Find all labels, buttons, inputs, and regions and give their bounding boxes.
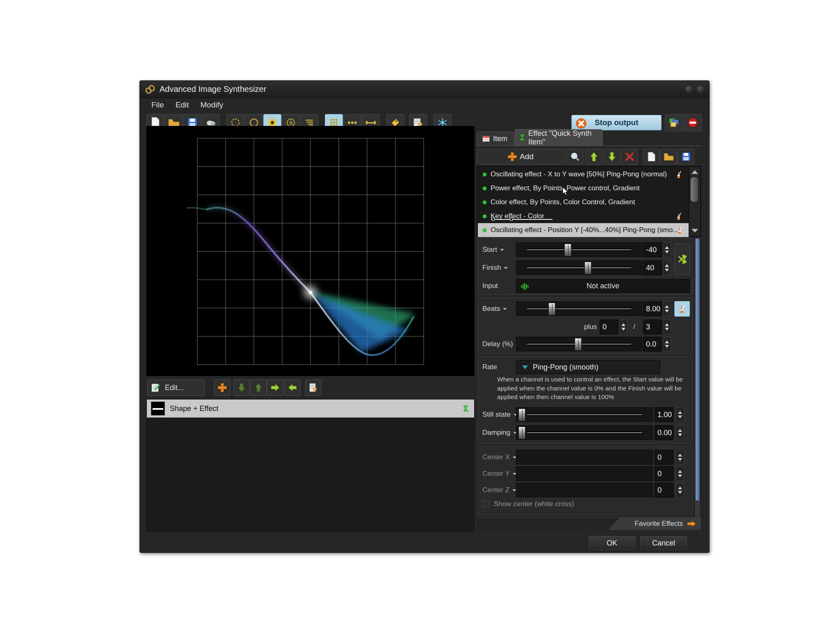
effect-row-5-selected[interactable]: Oscillating effect - Position Y [-40%...…	[478, 223, 689, 237]
center-y-spinner[interactable]	[676, 466, 684, 481]
track-row-shape-effect[interactable]: Shape + Effect Σ	[147, 399, 474, 418]
plus-spinner[interactable]	[619, 320, 628, 334]
stop-output-button[interactable]: Stop output	[571, 115, 662, 130]
delay-spinner[interactable]	[663, 337, 671, 352]
input-selector[interactable]: Not active	[516, 279, 690, 293]
effect-list-scrollbar[interactable]	[689, 167, 700, 236]
effect-row-1[interactable]: Oscillating effect - X to Y wave [50%] P…	[478, 167, 688, 181]
start-label[interactable]: Start	[482, 246, 504, 254]
tab-effect[interactable]: Σ Effect "Quick Synth Item"	[515, 129, 603, 146]
center-x-field[interactable]	[516, 450, 653, 465]
plus-icon	[218, 383, 226, 392]
menu-modify[interactable]: Modify	[200, 100, 223, 110]
add-effect-button[interactable]: Add	[477, 149, 565, 164]
center-z-field[interactable]	[516, 483, 653, 498]
open-effect-button[interactable]	[660, 149, 677, 164]
cancel-button[interactable]: Cancel	[639, 535, 688, 551]
start-slider-thumb[interactable]	[564, 244, 571, 256]
delete-effect-button[interactable]	[621, 149, 638, 164]
favorite-effects-tab[interactable]: Favorite Effects	[608, 518, 701, 530]
show-center-row: Show center (white cross)	[478, 499, 692, 515]
start-spinner[interactable]	[663, 242, 671, 257]
still-state-value[interactable]: 1.00	[655, 407, 673, 422]
effect-up-button[interactable]	[585, 149, 602, 164]
move-right-button[interactable]	[267, 379, 283, 396]
finish-label[interactable]: Finish	[482, 264, 508, 272]
save-effect-button[interactable]	[678, 149, 694, 164]
search-effect-button[interactable]	[566, 149, 583, 164]
effect-down-button[interactable]	[603, 149, 620, 164]
finish-slider[interactable]	[516, 260, 642, 275]
still-state-label[interactable]: Still state	[482, 411, 518, 419]
move-left-button[interactable]	[284, 379, 301, 396]
blackout-button[interactable]	[684, 114, 702, 131]
divider-value[interactable]: 3	[643, 320, 662, 334]
delay-value[interactable]: 0.0	[643, 337, 662, 352]
center-x-spinner[interactable]	[676, 450, 684, 465]
center-group: Center X 0 Center Y 0 Center Z 0 Show ce…	[478, 446, 693, 515]
center-y-field[interactable]	[516, 466, 653, 481]
menu-edit[interactable]: Edit	[176, 100, 189, 110]
center-z-value[interactable]: 0	[655, 483, 673, 498]
scroll-down-icon[interactable]	[692, 229, 698, 233]
scroll-up-icon[interactable]	[692, 170, 698, 174]
effect-row-2[interactable]: Power effect, By Points, Power control, …	[478, 181, 688, 195]
beats-spinner[interactable]	[663, 301, 671, 316]
layers-button[interactable]	[665, 114, 683, 131]
move-up-button[interactable]	[250, 379, 267, 396]
finish-value[interactable]: 40	[643, 260, 662, 275]
damping-label[interactable]: Damping	[482, 429, 517, 437]
delay-label[interactable]: Delay (%)	[482, 340, 520, 348]
laser-preview-canvas[interactable]	[146, 126, 475, 376]
beats-slider-thumb[interactable]	[548, 303, 555, 315]
finish-spinner[interactable]	[663, 260, 671, 275]
beats-value[interactable]: 8.00	[643, 301, 662, 316]
beats-metronome-button[interactable]	[674, 301, 690, 317]
tab-item-label: Item	[493, 135, 507, 143]
menu-file[interactable]: File	[151, 100, 164, 110]
scroll-thumb[interactable]	[690, 177, 698, 202]
center-x-label: Center X	[482, 453, 517, 461]
add-track-button[interactable]	[214, 379, 231, 396]
damping-value[interactable]: 0.00	[655, 425, 673, 440]
damping-slider-thumb[interactable]	[518, 427, 525, 439]
finish-slider-thumb[interactable]	[584, 262, 591, 274]
start-value[interactable]: -40	[643, 242, 662, 257]
center-z-row: Center Z 0	[478, 482, 692, 499]
beats-label[interactable]: Beats	[482, 305, 507, 313]
close-button[interactable]	[697, 86, 704, 93]
down-arrow-icon	[238, 383, 245, 392]
effect-row-3[interactable]: Color effect, By Points, Color Control, …	[478, 195, 688, 209]
show-center-checkbox[interactable]	[482, 500, 489, 507]
track-properties-button[interactable]	[305, 379, 322, 396]
center-x-value[interactable]: 0	[655, 450, 673, 465]
title-bar[interactable]: Advanced Image Synthesizer	[140, 81, 709, 98]
damping-spinner[interactable]	[676, 425, 684, 440]
edit-button[interactable]: Edit...	[147, 379, 205, 396]
beats-slider[interactable]	[516, 301, 642, 316]
damping-slider[interactable]	[516, 425, 653, 440]
page-icon	[648, 152, 655, 162]
still-state-slider[interactable]	[516, 407, 653, 422]
params-scrollbar[interactable]	[694, 237, 701, 517]
center-y-value[interactable]: 0	[655, 466, 673, 481]
divider-spinner[interactable]	[663, 320, 671, 334]
delay-slider-thumb[interactable]	[575, 338, 582, 351]
center-z-spinner[interactable]	[676, 483, 684, 498]
rate-dropdown[interactable]: Ping-Pong (smooth)	[516, 360, 660, 374]
tab-item[interactable]: Item	[477, 132, 514, 146]
params-scroll-thumb[interactable]	[695, 238, 700, 501]
plus-value[interactable]: 0	[600, 320, 619, 334]
minimize-button[interactable]	[685, 86, 693, 93]
still-state-slider-thumb[interactable]	[518, 409, 525, 421]
still-state-spinner[interactable]	[676, 407, 684, 422]
ok-button[interactable]: OK	[588, 535, 636, 551]
timeline-toolbar: Edit...	[146, 379, 475, 397]
new-effect-list-button[interactable]	[643, 149, 660, 164]
delay-slider[interactable]	[516, 337, 642, 352]
svg-text:S: S	[289, 120, 293, 126]
audio-input-icon	[520, 282, 530, 290]
move-down-button[interactable]	[233, 379, 250, 396]
start-slider[interactable]	[516, 242, 642, 257]
effect-row-4[interactable]: Key effect - Color	[478, 209, 688, 223]
